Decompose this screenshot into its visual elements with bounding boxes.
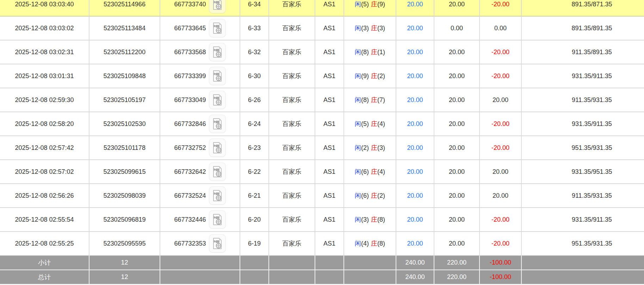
player-label: 闲 (355, 96, 361, 103)
valid-amount: 20.00 (434, 208, 480, 232)
game-number-cell: 667732524 (160, 184, 240, 208)
game-result: 闲(2)庄(3) (344, 136, 396, 160)
table-row[interactable]: 2025-12-08 02:59:30 523025105197 6677330… (0, 88, 644, 112)
table-row[interactable]: 2025-12-08 02:56:26 523025098039 6677325… (0, 184, 644, 208)
win-loss: 0.00 (480, 17, 522, 40)
game-number: 667732353 (174, 240, 206, 247)
banker-label: 庄 (371, 25, 377, 32)
shoe-round: 6-30 (240, 64, 269, 88)
game-result: 闲(4)庄(8) (344, 232, 396, 256)
video-replay-button[interactable] (209, 210, 226, 229)
win-loss: -20.00 (480, 40, 522, 64)
video-replay-button[interactable] (209, 139, 226, 157)
subtotal-count: 12 (89, 256, 160, 270)
valid-amount: 20.00 (434, 136, 480, 160)
video-file-icon (212, 22, 223, 34)
video-replay-button[interactable] (209, 0, 226, 13)
player-label: 闲 (355, 25, 361, 32)
video-file-icon (212, 142, 223, 154)
total-empty-cell (522, 270, 644, 285)
banker-label: 庄 (371, 216, 377, 223)
video-replay-button[interactable] (209, 115, 226, 133)
video-replay-button[interactable] (209, 43, 226, 61)
bet-time: 2025-12-08 02:57:02 (0, 160, 89, 184)
valid-amount: 20.00 (434, 40, 480, 64)
total-empty-cell (269, 270, 315, 285)
balance-before-after: 911.35/931.35 (522, 88, 644, 112)
player-score: (4) (361, 240, 369, 247)
bet-time: 2025-12-08 02:55:25 (0, 232, 89, 256)
game-result: 闲(5)庄(4) (344, 112, 396, 136)
table-name: AS1 (315, 88, 344, 112)
video-replay-button[interactable] (209, 91, 226, 109)
video-replay-button[interactable] (209, 67, 226, 85)
game-result: 闲(6)庄(2) (344, 184, 396, 208)
table-row[interactable]: 2025-12-08 03:03:40 523025114966 6677337… (0, 0, 644, 17)
bet-time: 2025-12-08 03:03:02 (0, 17, 89, 40)
valid-amount: 20.00 (434, 232, 480, 256)
balance-before-after: 951.35/931.35 (522, 136, 644, 160)
bet-order-id: 523025112200 (89, 40, 160, 64)
valid-amount: 20.00 (434, 112, 480, 136)
bet-order-id: 523025114966 (89, 0, 160, 17)
game-number: 667733399 (174, 72, 206, 80)
video-file-icon (212, 70, 223, 82)
table-row[interactable]: 2025-12-08 02:57:42 523025101178 6677327… (0, 136, 644, 160)
bet-time: 2025-12-08 02:56:26 (0, 184, 89, 208)
game-number: 667733740 (174, 1, 206, 8)
bet-amount: 20.00 (396, 64, 434, 88)
balance-before-after: 931.35/911.35 (522, 64, 644, 88)
video-replay-button[interactable] (209, 234, 226, 253)
subtotal-empty-cell (160, 256, 240, 270)
bet-amount: 20.00 (396, 112, 434, 136)
player-score: (2) (361, 144, 369, 151)
table-row[interactable]: 2025-12-08 03:01:31 523025109848 6677333… (0, 64, 644, 88)
table-row[interactable]: 2025-12-08 03:03:02 523025113484 6677336… (0, 17, 644, 40)
table-row[interactable]: 2025-12-08 02:57:02 523025099615 6677326… (0, 160, 644, 184)
win-loss: -20.00 (480, 208, 522, 232)
banker-score: (3) (377, 144, 385, 151)
win-loss: -20.00 (480, 112, 522, 136)
bet-order-id: 523025105197 (89, 88, 160, 112)
table-row[interactable]: 2025-12-08 02:55:25 523025095595 6677323… (0, 232, 644, 256)
table-row[interactable]: 2025-12-08 03:02:31 523025112200 6677335… (0, 40, 644, 64)
bet-time: 2025-12-08 03:01:31 (0, 64, 89, 88)
valid-amount: 0.00 (434, 17, 480, 40)
video-replay-button[interactable] (209, 163, 226, 181)
player-label: 闲 (355, 240, 361, 247)
game-number-cell: 667733645 (160, 17, 240, 40)
bet-time: 2025-12-08 02:58:20 (0, 112, 89, 136)
win-loss: -20.00 (480, 232, 522, 256)
bet-history-footer: 小计 12 240.00 220.00 -100.00 总计 12 (0, 256, 644, 285)
video-replay-button[interactable] (209, 186, 226, 205)
table-row[interactable]: 2025-12-08 02:55:54 523025096819 6677324… (0, 208, 644, 232)
player-label: 闲 (355, 72, 361, 80)
table-row[interactable]: 2025-12-08 02:58:20 523025102530 6677328… (0, 112, 644, 136)
player-score: (9) (361, 72, 369, 80)
table-name: AS1 (315, 64, 344, 88)
player-score: (3) (361, 25, 369, 32)
video-file-icon (212, 166, 223, 178)
game-number-cell: 667732446 (160, 208, 240, 232)
shoe-round: 6-19 (240, 232, 269, 256)
table-name: AS1 (315, 232, 344, 256)
game-result: 闲(6)庄(4) (344, 160, 396, 184)
video-replay-button[interactable] (209, 19, 226, 37)
balance-before-after: 931.35/951.35 (522, 160, 644, 184)
table-name: AS1 (315, 160, 344, 184)
win-loss: -20.00 (480, 136, 522, 160)
total-empty-cell (160, 270, 240, 285)
subtotal-label: 小计 (0, 256, 89, 270)
banker-score: (4) (377, 120, 385, 127)
video-file-icon (212, 238, 223, 249)
win-loss: -20.00 (480, 64, 522, 88)
game-type: 百家乐 (269, 40, 315, 64)
shoe-round: 6-20 (240, 208, 269, 232)
shoe-round: 6-22 (240, 160, 269, 184)
game-type: 百家乐 (269, 184, 315, 208)
banker-score: (7) (377, 96, 385, 103)
subtotal-valid-amount: 220.00 (434, 256, 480, 270)
banker-score: (1) (377, 49, 385, 56)
bet-order-id: 523025096819 (89, 208, 160, 232)
subtotal-empty-cell (344, 256, 396, 270)
